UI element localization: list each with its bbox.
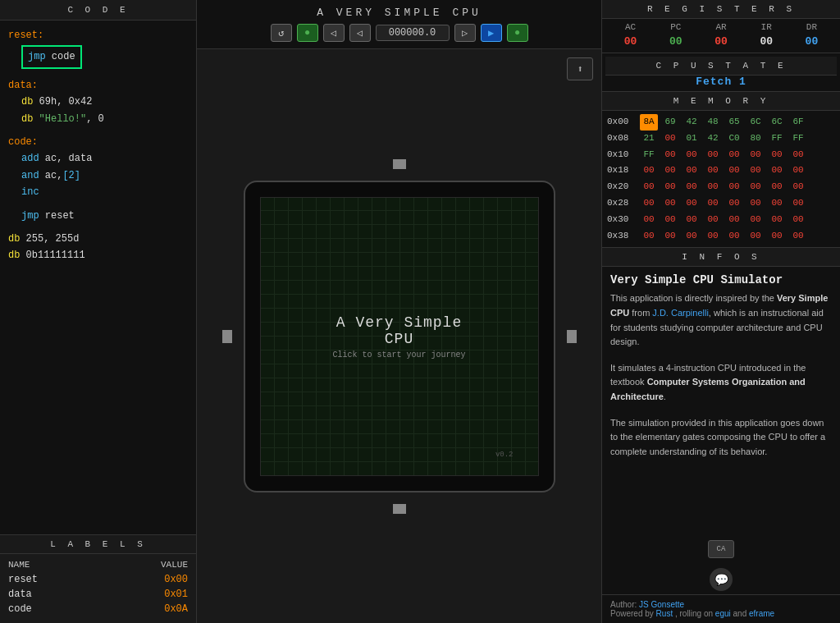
code-line-add: add ac, data [21, 150, 188, 167]
mem-cell-2-7: 00 [789, 147, 807, 163]
mem-cell-7-1: 00 [661, 228, 679, 245]
cpu-state-header: C P U S T A T E [605, 57, 837, 76]
code-line-inc: inc [21, 184, 188, 200]
mem-cell-5-2: 00 [682, 195, 701, 212]
mem-cell-0-6: 6C [768, 114, 786, 131]
code-area: reset: jmp code data: db 69h, 0x42 db "H… [0, 21, 196, 534]
center-panel: A VERY SIMPLE CPU ↺ ● ◁ ◁ 000000.0 ▷ ▶ ●… [197, 0, 602, 623]
mem-row-0x20: 0x20 00 00 00 00 00 00 00 00 [607, 179, 835, 195]
cpu-chip[interactable]: A Very Simple CPU Click to start your jo… [244, 181, 555, 492]
mem-cell-0-1: 69 [661, 114, 679, 131]
mem-cell-4-3: 00 [704, 179, 722, 195]
footer-rust-link[interactable]: Rust [656, 609, 673, 618]
mem-row-0x28: 0x28 00 00 00 00 00 00 00 00 [607, 195, 835, 212]
cpu-canvas[interactable]: ⬆ [197, 49, 601, 623]
mem-cell-1-2: 01 [682, 131, 701, 147]
mem-cell-6-5: 00 [746, 212, 765, 228]
reg-label-ar: AR [699, 22, 742, 32]
speed-down-button[interactable]: ◁ [349, 24, 371, 42]
mem-addr-1: 0x08 [607, 131, 637, 147]
memory-grid: 0x00 8A 69 42 48 65 6C 6C 6F 0x08 21 00 … [602, 111, 840, 247]
reg-label-ac: AC [609, 22, 652, 32]
footer-sep2: and [733, 609, 749, 618]
reg-value-pc: 00 [654, 34, 697, 49]
mem-cell-7-4: 00 [725, 228, 743, 245]
chip-title: A Very Simple CPU [330, 314, 468, 346]
reset-button[interactable]: ↺ [271, 24, 292, 42]
data-label-text: data: [8, 77, 38, 94]
mem-addr-4: 0x20 [607, 179, 637, 195]
reset-label-text: reset: [8, 27, 43, 44]
mem-cell-2-1: 00 [661, 147, 679, 163]
mem-cell-5-6: 00 [768, 195, 786, 212]
label-row-code: code 0x0A [8, 602, 188, 616]
top-bar: A VERY SIMPLE CPU ↺ ● ◁ ◁ 000000.0 ▷ ▶ ● [197, 0, 601, 49]
mem-cell-3-2: 00 [682, 163, 701, 179]
speed-up-button[interactable]: ▷ [454, 24, 476, 42]
mem-cell-7-2: 00 [682, 228, 701, 245]
mem-cell-0-5: 6C [746, 114, 765, 131]
mem-cell-2-2: 00 [682, 147, 701, 163]
mem-cell-2-4: 00 [725, 147, 743, 163]
mem-cell-2-3: 00 [704, 147, 722, 163]
mem-row-0x08: 0x08 21 00 01 42 C0 80 FF FF [607, 131, 835, 147]
mem-cell-0-4: 65 [725, 114, 743, 131]
mem-cell-2-0: FF [640, 147, 658, 163]
mem-cell-7-5: 00 [746, 228, 765, 245]
labels-col-name: NAME [8, 560, 30, 570]
mem-row-0x18: 0x18 00 00 00 00 00 00 00 00 [607, 163, 835, 179]
labels-section: L A B E L S NAME VALUE reset 0x00 data 0… [0, 534, 196, 623]
mem-row-0x30: 0x30 00 00 00 00 00 00 00 00 [607, 212, 835, 228]
chat-icon[interactable]: 💬 [710, 568, 733, 591]
mem-cell-7-0: 00 [640, 228, 658, 245]
label-name-code: code [8, 603, 32, 615]
labels-col-value: VALUE [161, 560, 188, 570]
left-panel: C O D E reset: jmp code data: db 69h, 0x… [0, 0, 197, 623]
cpu-state-section: C P U S T A T E Fetch 1 [602, 53, 840, 92]
infos-link-1[interactable]: J.D. Carpinelli [652, 308, 708, 318]
footer-author-name[interactable]: JS Gonsette [639, 600, 684, 609]
mem-cell-5-5: 00 [746, 195, 765, 212]
infos-paragraph-2: It simulates a 4-instruction CPU introdu… [610, 361, 832, 405]
mem-cell-4-5: 00 [746, 179, 765, 195]
registers-header: R E G I S T E R S [602, 0, 840, 19]
chip-center: A Very Simple CPU Click to start your jo… [330, 314, 468, 359]
infos-section: Very Simple CPU Simulator This applicati… [602, 267, 840, 534]
mem-cell-1-6: FF [768, 131, 786, 147]
footer-eframe-link[interactable]: eframe [749, 609, 774, 618]
label-value-data: 0x01 [164, 589, 188, 600]
code-panel-header: C O D E [0, 0, 196, 21]
memory-section: M E M O R Y 0x00 8A 69 42 48 65 6C 6C 6F… [602, 92, 840, 248]
mem-addr-0: 0x00 [607, 114, 637, 131]
play-button[interactable]: ▶ [481, 24, 502, 42]
ca-button[interactable]: CA [708, 540, 734, 558]
reg-value-dr: 00 [790, 34, 833, 49]
upload-button[interactable]: ⬆ [567, 57, 593, 80]
mem-cell-4-6: 00 [768, 179, 786, 195]
mem-cell-3-1: 00 [661, 163, 679, 179]
prev-button[interactable]: ◁ [323, 24, 345, 42]
label-value-code: 0x0A [164, 603, 188, 615]
speed-display: 000000.0 [376, 25, 450, 41]
mem-cell-0-2: 42 [682, 114, 701, 131]
chip-grid: A Very Simple CPU Click to start your jo… [260, 197, 539, 476]
mem-cell-3-6: 00 [768, 163, 786, 179]
mem-cell-6-2: 00 [682, 212, 701, 228]
mem-cell-2-6: 00 [768, 147, 786, 163]
mem-cell-6-4: 00 [725, 212, 743, 228]
mem-cell-3-0: 00 [640, 163, 658, 179]
code-line-db3: db 255, 255d [8, 231, 188, 247]
mem-cell-1-7: FF [789, 131, 807, 147]
footer-egui-link[interactable]: egui [715, 609, 731, 618]
step-button[interactable]: ● [507, 24, 528, 42]
label-name-reset: reset [8, 574, 38, 585]
mem-cell-4-7: 00 [789, 179, 807, 195]
controls-bar: ↺ ● ◁ ◁ 000000.0 ▷ ▶ ● [271, 24, 528, 42]
infos-header: I N F O S [602, 248, 840, 267]
code-line-reset-box: jmp code [21, 44, 188, 70]
back-button[interactable]: ● [297, 24, 318, 42]
mem-cell-6-0: 00 [640, 212, 658, 228]
footer-powered-label: Powered by [610, 609, 656, 618]
infos-title: Very Simple CPU Simulator [610, 273, 832, 286]
labels-table-header: NAME VALUE [8, 557, 188, 572]
